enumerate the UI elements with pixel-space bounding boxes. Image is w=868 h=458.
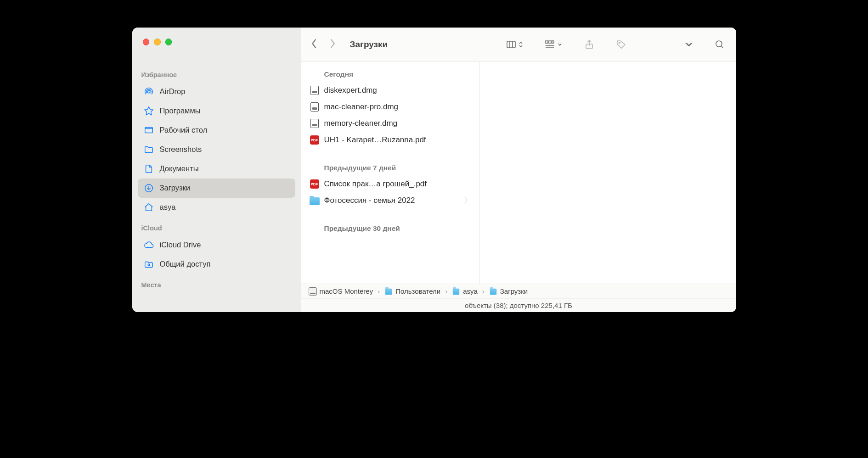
path-crumb[interactable]: Загрузки [489, 287, 528, 296]
finder-window: Избранное AirDrop Программы Рабочий стол… [132, 28, 736, 312]
svg-point-9 [619, 42, 620, 44]
sidebar-item-label: AirDrop [160, 87, 186, 96]
sidebar-section-favorites-title: Избранное [132, 71, 301, 82]
sidebar-item-documents[interactable]: Документы [138, 159, 295, 179]
sidebar-item-airdrop[interactable]: AirDrop [138, 82, 295, 101]
folder-icon [489, 287, 497, 296]
svg-rect-1 [145, 127, 152, 133]
traffic-lights [132, 39, 301, 45]
status-bar: объекты (38); доступно 225,41 ГБ [301, 298, 736, 312]
search-button[interactable] [714, 39, 725, 50]
path-label: asya [463, 287, 478, 295]
document-icon [143, 163, 154, 174]
sidebar-item-applications[interactable]: Программы [138, 101, 295, 121]
folder-icon [384, 287, 393, 296]
dmg-icon [310, 85, 320, 95]
svg-point-3 [148, 264, 150, 266]
path-label: Загрузки [500, 287, 528, 295]
sidebar-item-label: Программы [160, 106, 201, 115]
path-label: Пользователи [395, 287, 440, 295]
close-window-button[interactable] [143, 39, 150, 45]
apps-icon [143, 106, 154, 117]
more-button[interactable] [685, 39, 693, 50]
share-button[interactable] [584, 39, 595, 50]
folder-icon [143, 144, 154, 155]
svg-rect-4 [507, 41, 515, 48]
svg-rect-5 [546, 41, 548, 43]
group-button[interactable] [544, 39, 563, 50]
path-crumb[interactable]: macOS Monterey [309, 287, 373, 296]
file-row[interactable]: mac-cleaner-pro.dmg [301, 99, 479, 115]
path-crumb[interactable]: asya [452, 287, 478, 296]
file-row[interactable]: PDF Список прак…а грошей_.pdf [301, 176, 479, 192]
view-mode-button[interactable] [506, 39, 523, 50]
downloads-icon [143, 183, 154, 194]
file-row[interactable]: memory-cleaner.dmg [301, 115, 479, 132]
window-title: Загрузки [350, 39, 388, 50]
path-label: macOS Monterey [320, 287, 373, 295]
sidebar-item-icloud-drive[interactable]: iCloud Drive [138, 235, 295, 255]
zoom-window-button[interactable] [165, 39, 172, 45]
forward-button[interactable] [328, 37, 336, 52]
sidebar-item-label: Screenshots [160, 145, 202, 154]
home-icon [143, 202, 154, 213]
svg-rect-7 [552, 41, 554, 43]
file-name: memory-cleaner.dmg [324, 119, 471, 128]
chevron-right-icon: › [445, 287, 447, 295]
tags-button[interactable] [616, 39, 627, 50]
svg-point-0 [147, 90, 150, 93]
nav-buttons [310, 37, 336, 52]
minimize-window-button[interactable] [154, 39, 161, 45]
pdf-icon: PDF [310, 179, 320, 189]
sidebar-item-label: Документы [160, 164, 199, 173]
preview-column [479, 62, 736, 284]
svg-rect-6 [549, 41, 551, 43]
toolbar: Загрузки [301, 28, 736, 62]
file-name: Список прак…а грошей_.pdf [324, 179, 471, 189]
sidebar-item-desktop[interactable]: Рабочий стол [138, 121, 295, 140]
content-row: Сегодня diskexpert.dmg mac-cleaner-pro.d… [301, 62, 736, 284]
chevron-right-icon: › [482, 287, 485, 295]
file-name: UH1 - Karapet…Ruzanna.pdf [324, 135, 471, 145]
folder-icon [452, 287, 460, 296]
sidebar-section-icloud-title: iCloud [132, 224, 301, 235]
sidebar-item-label: asya [160, 203, 176, 212]
toolbar-right [506, 39, 725, 50]
sidebar-item-downloads[interactable]: Загрузки [138, 179, 295, 198]
pdf-icon: PDF [310, 135, 320, 145]
group-heading-today: Сегодня [301, 66, 479, 82]
file-name: Фотосессия - семья 2022 [324, 196, 460, 205]
file-row[interactable]: diskexpert.dmg [301, 82, 479, 99]
chevron-right-icon: › [378, 287, 380, 295]
cloud-icon [143, 240, 154, 251]
sidebar-item-home[interactable]: asya [138, 198, 295, 217]
file-row[interactable]: Фотосессия - семья 2022 〉 [301, 192, 479, 209]
path-bar: macOS Monterey › Пользователи › asya › З… [301, 284, 736, 298]
sidebar-item-label: iCloud Drive [160, 240, 201, 249]
back-button[interactable] [310, 37, 319, 52]
disk-icon [309, 287, 317, 296]
status-text: объекты (38); доступно 225,41 ГБ [465, 302, 572, 309]
file-column[interactable]: Сегодня diskexpert.dmg mac-cleaner-pro.d… [301, 62, 479, 284]
sidebar-item-label: Рабочий стол [160, 126, 208, 134]
path-crumb[interactable]: Пользователи [384, 287, 440, 296]
shared-icon [143, 259, 154, 270]
sidebar-item-shared[interactable]: Общий доступ [138, 255, 295, 274]
group-heading-30days: Предыдущие 30 дней [301, 220, 479, 236]
group-heading-7days: Предыдущие 7 дней [301, 159, 479, 176]
airdrop-icon [143, 86, 154, 97]
dmg-icon [310, 118, 320, 128]
dmg-icon [310, 102, 320, 112]
file-name: mac-cleaner-pro.dmg [324, 102, 471, 112]
sidebar-item-screenshots[interactable]: Screenshots [138, 140, 295, 159]
file-name: diskexpert.dmg [324, 86, 471, 95]
main-area: Загрузки [301, 28, 736, 312]
sidebar-item-label: Загрузки [160, 184, 190, 192]
sidebar: Избранное AirDrop Программы Рабочий стол… [132, 28, 301, 312]
folder-icon [310, 195, 320, 206]
sidebar-item-label: Общий доступ [160, 260, 211, 268]
file-row[interactable]: PDF UH1 - Karapet…Ruzanna.pdf [301, 132, 479, 148]
desktop-icon [143, 125, 154, 136]
chevron-right-icon: 〉 [464, 196, 471, 205]
sidebar-section-locations-title: Места [132, 281, 301, 292]
